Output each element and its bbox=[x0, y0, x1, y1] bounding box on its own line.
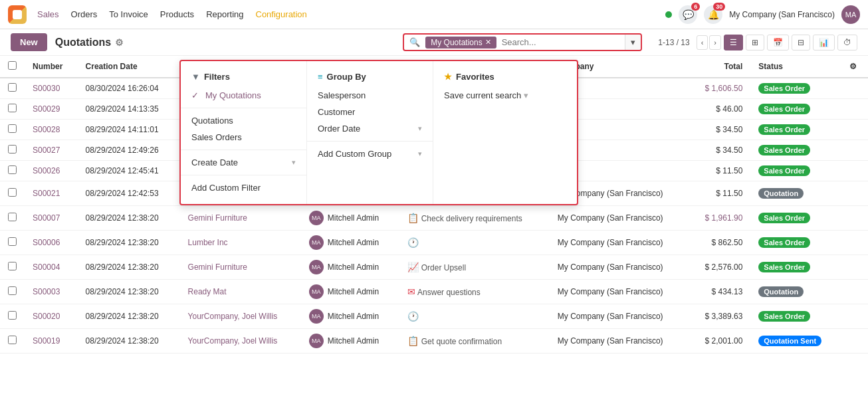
filter-badge-label: My Quotations bbox=[431, 38, 482, 47]
customer-name-7[interactable]: Lumber Inc bbox=[188, 238, 228, 247]
sp-avatar-8: MA bbox=[309, 260, 324, 274]
row-checkbox-0[interactable] bbox=[8, 83, 17, 92]
clock-icon: 🕐 bbox=[407, 311, 419, 322]
prev-page-button[interactable]: ‹ bbox=[697, 35, 708, 50]
status-cell-3: Sales Order bbox=[750, 140, 841, 161]
nav-products[interactable]: Products bbox=[160, 8, 194, 21]
calendar-view-button[interactable]: 📅 bbox=[767, 35, 789, 51]
messages-count: 6 bbox=[691, 3, 700, 11]
nav-orders[interactable]: Orders bbox=[71, 8, 98, 21]
customer-name-8[interactable]: Gemini Furniture bbox=[188, 262, 247, 272]
search-input[interactable] bbox=[496, 35, 625, 50]
table-row: S00004 08/29/2024 12:38:20 Gemini Furnit… bbox=[0, 255, 868, 280]
status-badge-2: Sales Order bbox=[758, 124, 810, 135]
activity-label: Check delivery requirements bbox=[421, 214, 522, 223]
activities-cell-10: 🕐 bbox=[399, 304, 550, 329]
status-badge-0: Sales Order bbox=[758, 83, 810, 94]
order-number-5[interactable]: S00021 bbox=[33, 189, 60, 198]
activities-button[interactable]: 🔔30 bbox=[704, 5, 722, 24]
customer-name-10[interactable]: YourCompany, Joel Willis bbox=[188, 312, 278, 321]
order-number-10[interactable]: S00020 bbox=[33, 312, 60, 321]
table-row: S00003 08/29/2024 12:38:20 Ready Mat MA … bbox=[0, 280, 868, 304]
total-cell-8: $ 2,576.00 bbox=[689, 255, 751, 280]
status-cell-11: Quotation Sent bbox=[750, 329, 841, 354]
select-all-checkbox[interactable] bbox=[8, 61, 17, 70]
creation-date-1: 08/29/2024 14:13:35 bbox=[78, 99, 180, 120]
list-view-button[interactable]: ☰ bbox=[724, 35, 743, 51]
page-title-container: Quotations ⚙ bbox=[55, 37, 124, 49]
activities-cell-8: 📈 Order Upsell bbox=[399, 255, 550, 280]
next-page-button[interactable]: › bbox=[709, 35, 721, 50]
groupby-customer[interactable]: Customer bbox=[307, 104, 433, 120]
activities-cell-6: 📋 Check delivery requirements bbox=[399, 206, 550, 231]
company-cell-10: My Company (San Francisco) bbox=[550, 304, 689, 329]
salesperson-cell-11: MA Mitchell Admin bbox=[309, 334, 392, 348]
new-button[interactable]: New bbox=[11, 33, 47, 51]
nav-to-invoice[interactable]: To Invoice bbox=[109, 8, 148, 21]
chart-view-button[interactable]: 📊 bbox=[813, 35, 835, 51]
remove-filter-button[interactable]: ✕ bbox=[485, 38, 491, 47]
add-custom-filter[interactable]: Add Custom Filter bbox=[181, 179, 306, 196]
online-status-indicator bbox=[665, 11, 672, 18]
save-search-arrow-icon: ▾ bbox=[524, 90, 528, 100]
nav-reporting[interactable]: Reporting bbox=[206, 8, 243, 21]
filter-my-quotations[interactable]: My Quotations bbox=[181, 87, 306, 104]
groupby-title: ≡ Group By bbox=[307, 69, 433, 87]
user-avatar[interactable]: MA bbox=[841, 5, 860, 24]
filter-create-date[interactable]: Create Date ▾ bbox=[181, 154, 306, 171]
order-number-7[interactable]: S00006 bbox=[33, 238, 60, 247]
groupby-salesperson[interactable]: Salesperson bbox=[307, 87, 433, 104]
creation-date-11: 08/29/2024 12:38:20 bbox=[78, 329, 180, 354]
customer-name-6[interactable]: Gemini Furniture bbox=[188, 213, 247, 223]
total-cell-6: $ 1,961.90 bbox=[689, 206, 751, 231]
row-checkbox-9[interactable] bbox=[8, 286, 17, 295]
order-number-8[interactable]: S00004 bbox=[33, 262, 60, 272]
customer-name-9[interactable]: Ready Mat bbox=[188, 287, 227, 296]
kanban-view-button[interactable]: ⊞ bbox=[746, 35, 764, 51]
sp-name-7: Mitchell Admin bbox=[328, 238, 379, 247]
filter-sales-orders[interactable]: Sales Orders bbox=[181, 129, 306, 146]
order-number-9[interactable]: S00003 bbox=[33, 287, 60, 296]
customer-name-11[interactable]: YourCompany, Joel Willis bbox=[188, 336, 278, 346]
table-row: S00007 08/29/2024 12:38:20 Gemini Furnit… bbox=[0, 206, 868, 231]
row-checkbox-7[interactable] bbox=[8, 237, 17, 246]
total-cell-5: $ 11.50 bbox=[689, 181, 751, 206]
row-checkbox-1[interactable] bbox=[8, 104, 17, 112]
save-current-search[interactable]: Save current search ▾ bbox=[433, 87, 560, 104]
groupby-order-date[interactable]: Order Date ▾ bbox=[307, 120, 433, 137]
activities-count: 30 bbox=[713, 3, 725, 11]
salesperson-cell-9: MA Mitchell Admin bbox=[309, 284, 392, 299]
row-checkbox-2[interactable] bbox=[8, 124, 17, 133]
col-total: Total bbox=[689, 56, 751, 78]
filter-quotations[interactable]: Quotations bbox=[181, 112, 306, 129]
table-row: S00006 08/29/2024 12:38:20 Lumber Inc MA… bbox=[0, 231, 868, 255]
row-checkbox-8[interactable] bbox=[8, 262, 17, 270]
row-checkbox-10[interactable] bbox=[8, 311, 17, 320]
row-checkbox-4[interactable] bbox=[8, 165, 17, 174]
row-checkbox-11[interactable] bbox=[8, 336, 17, 344]
company-cell-11: My Company (San Francisco) bbox=[550, 329, 689, 354]
order-number-1[interactable]: S00029 bbox=[33, 104, 60, 114]
grid-view-button[interactable]: ⊟ bbox=[792, 35, 810, 51]
status-cell-2: Sales Order bbox=[750, 120, 841, 140]
nav-configuration[interactable]: Configuration bbox=[256, 8, 307, 21]
creation-date-3: 08/29/2024 12:49:26 bbox=[78, 140, 180, 161]
order-number-11[interactable]: S00019 bbox=[33, 336, 60, 346]
add-custom-group[interactable]: Add Custom Group ▾ bbox=[307, 146, 433, 162]
row-checkbox-6[interactable] bbox=[8, 213, 17, 221]
row-checkbox-5[interactable] bbox=[8, 188, 17, 197]
row-checkbox-3[interactable] bbox=[8, 145, 17, 154]
filter-create-date-label: Create Date bbox=[191, 157, 238, 167]
clock-view-button[interactable]: ⏱ bbox=[837, 35, 857, 51]
nav-sales[interactable]: Sales bbox=[37, 8, 59, 21]
search-dropdown-button[interactable]: ▾ bbox=[625, 35, 641, 50]
favorites-title-text: Favorites bbox=[456, 72, 494, 82]
order-number-2[interactable]: S00028 bbox=[33, 125, 60, 134]
order-number-3[interactable]: S00027 bbox=[33, 146, 60, 155]
settings-icon[interactable]: ⚙ bbox=[115, 37, 124, 48]
order-number-0[interactable]: S00030 bbox=[33, 84, 60, 93]
order-number-4[interactable]: S00026 bbox=[33, 166, 60, 175]
filters-title: ▼ Filters bbox=[181, 69, 306, 87]
order-number-6[interactable]: S00007 bbox=[33, 213, 60, 223]
messages-button[interactable]: 💬6 bbox=[679, 5, 697, 24]
